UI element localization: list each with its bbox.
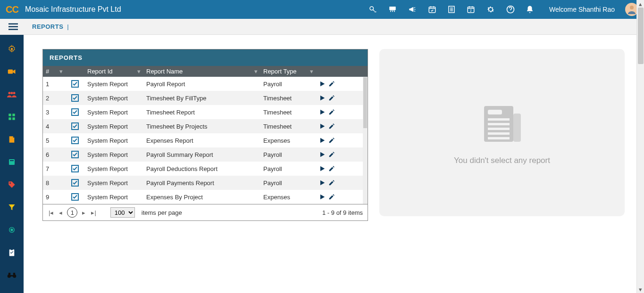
hamburger-icon[interactable]	[8, 23, 18, 31]
play-icon[interactable]	[319, 81, 326, 87]
gear-icon[interactable]	[486, 5, 495, 14]
sidebar-funnel-icon[interactable]	[7, 203, 17, 212]
row-check[interactable]	[66, 119, 84, 133]
play-icon[interactable]	[319, 123, 326, 130]
check-icon[interactable]	[71, 122, 79, 130]
col-type[interactable]: Report Type▾	[260, 66, 316, 77]
list-icon[interactable]	[447, 5, 456, 14]
row-check[interactable]	[66, 190, 84, 204]
sidebar-grid-icon[interactable]	[7, 112, 17, 122]
row-report-name: Expenses Report	[143, 133, 260, 147]
play-icon[interactable]	[319, 179, 326, 186]
scroll-up-icon[interactable]: ▴	[637, 0, 644, 8]
svg-rect-19	[12, 117, 15, 120]
row-report-name: Expenses By Project	[143, 190, 260, 204]
calendar-date-icon[interactable]: 2	[466, 5, 476, 14]
row-report-id: System Report	[84, 133, 143, 147]
check-icon[interactable]	[71, 165, 79, 172]
play-icon[interactable]	[319, 194, 326, 200]
edit-icon[interactable]	[328, 137, 335, 144]
megaphone-icon[interactable]	[408, 5, 417, 14]
filter-icon[interactable]: ▾	[59, 68, 63, 75]
edit-icon[interactable]	[328, 95, 335, 101]
edit-icon[interactable]	[328, 165, 335, 172]
presentation-icon[interactable]	[388, 5, 397, 14]
sidebar-video-icon[interactable]	[7, 67, 17, 76]
sidebar-book-icon[interactable]	[7, 157, 17, 167]
edit-icon[interactable]	[328, 179, 335, 186]
sidebar-target-icon[interactable]	[7, 225, 17, 235]
table-row[interactable]: 9System ReportExpenses By ProjectExpense…	[43, 190, 368, 204]
scrollbar[interactable]	[363, 77, 368, 204]
help-icon[interactable]	[506, 5, 515, 14]
sidebar-note-icon[interactable]	[7, 135, 17, 144]
col-id[interactable]: Report Id▾	[84, 66, 143, 77]
col-num[interactable]: #▾	[43, 66, 66, 77]
page-size-select[interactable]: 100	[110, 207, 135, 218]
play-icon[interactable]	[319, 151, 326, 158]
row-report-name: Payroll Report	[143, 77, 260, 91]
search-people-icon[interactable]	[368, 5, 377, 14]
table-row[interactable]: 3System ReportTimesheet ReportTimesheet	[43, 105, 368, 119]
table-row[interactable]: 7System ReportPayroll Deductions ReportP…	[43, 162, 368, 176]
edit-icon[interactable]	[328, 123, 335, 130]
breadcrumb-reports[interactable]: REPORTS	[32, 23, 63, 30]
play-icon[interactable]	[319, 95, 326, 101]
svg-rect-2	[429, 7, 435, 13]
table-row[interactable]: 1System ReportPayroll ReportPayroll	[43, 77, 368, 91]
check-icon[interactable]	[71, 94, 79, 102]
col-actions	[316, 66, 368, 77]
sidebar-gear-icon[interactable]	[7, 44, 17, 54]
row-report-name: Timesheet By FillType	[143, 91, 260, 105]
page-scrollbar[interactable]: ▴ ▾	[636, 0, 644, 293]
sidebar-people-icon[interactable]	[7, 90, 17, 99]
row-check[interactable]	[66, 162, 84, 176]
svg-rect-36	[488, 123, 510, 125]
pager-last[interactable]: ▸|	[90, 208, 97, 217]
scroll-thumb[interactable]	[638, 8, 644, 64]
row-check[interactable]	[66, 176, 84, 190]
edit-icon[interactable]	[328, 109, 335, 115]
edit-icon[interactable]	[328, 151, 335, 158]
table-row[interactable]: 6System ReportPayroll Summary ReportPayr…	[43, 147, 368, 162]
edit-icon[interactable]	[328, 194, 335, 200]
check-icon[interactable]	[71, 193, 79, 201]
pager-first[interactable]: |◂	[48, 208, 54, 217]
play-icon[interactable]	[319, 109, 326, 115]
row-check[interactable]	[66, 147, 84, 162]
row-check[interactable]	[66, 91, 84, 105]
scroll-down-icon[interactable]: ▾	[637, 285, 644, 293]
table-row[interactable]: 8System ReportPayroll Payments ReportPay…	[43, 176, 368, 190]
sidebar-binoculars-icon[interactable]	[7, 270, 17, 280]
row-num: 7	[43, 162, 66, 176]
play-icon[interactable]	[319, 165, 326, 172]
check-icon[interactable]	[71, 151, 79, 158]
play-icon[interactable]	[319, 137, 326, 144]
check-icon[interactable]	[71, 80, 79, 88]
check-icon[interactable]	[71, 137, 79, 144]
table-row[interactable]: 4System ReportTimesheet By ProjectsTimes…	[43, 119, 368, 133]
row-check[interactable]	[66, 105, 84, 119]
bell-icon[interactable]	[526, 5, 534, 14]
col-name[interactable]: Report Name▾	[143, 66, 260, 77]
row-check[interactable]	[66, 77, 84, 91]
check-icon[interactable]	[71, 179, 79, 187]
row-check[interactable]	[66, 133, 84, 147]
filter-icon[interactable]: ▾	[254, 68, 258, 75]
sidebar-clipboard-icon[interactable]	[7, 248, 17, 257]
pager-next[interactable]: ▸	[81, 208, 86, 217]
table-row[interactable]: 2System ReportTimesheet By FillTypeTimes…	[43, 91, 368, 105]
table-row[interactable]: 5System ReportExpenses ReportExpenses	[43, 133, 368, 147]
check-icon[interactable]	[71, 108, 79, 116]
filter-icon[interactable]: ▾	[137, 68, 141, 75]
row-report-id: System Report	[84, 190, 143, 204]
edit-icon[interactable]	[328, 81, 335, 87]
sidebar-tag-icon[interactable]	[7, 180, 17, 189]
col-name-label: Report Name	[146, 68, 183, 75]
svg-point-0	[370, 7, 374, 10]
pager-prev[interactable]: ◂	[58, 208, 63, 217]
pager-page[interactable]: 1	[67, 207, 77, 218]
calendar-check-icon[interactable]	[427, 5, 437, 14]
row-actions	[316, 147, 368, 162]
filter-icon[interactable]: ▾	[310, 68, 313, 75]
